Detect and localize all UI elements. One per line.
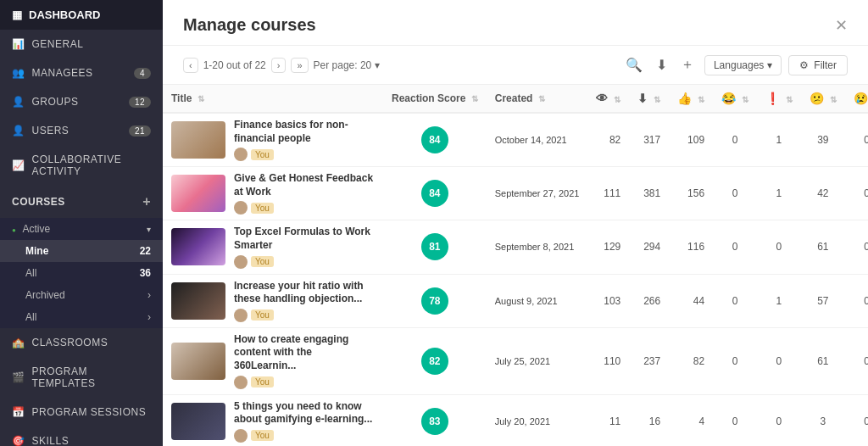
confused-cell: 42 <box>801 167 845 220</box>
th-haha[interactable]: 😂 ⇅ <box>713 85 757 113</box>
sidebar-item-program-sessions[interactable]: 📅 PROGRAM SESSIONS <box>0 398 163 426</box>
courses-header[interactable]: COURSES + <box>0 186 163 218</box>
course-thumbnail <box>171 228 225 265</box>
chevron-right-icon: › <box>147 289 151 301</box>
alert-cell: 0 <box>757 394 801 446</box>
author-tag: You <box>251 203 274 214</box>
per-page-selector[interactable]: Per page: 20 ▾ <box>314 59 381 71</box>
course-title-cell: How to create engaging content with the … <box>163 327 383 394</box>
haha-cell: 0 <box>713 394 757 446</box>
sidebar-item-managees[interactable]: 👥 MANAGEES 4 <box>0 59 163 87</box>
search-button[interactable]: 🔍 <box>622 55 646 75</box>
haha-cell: 0 <box>713 327 757 394</box>
bar-chart-icon: 📊 <box>12 38 25 50</box>
sidebar-label-program-templates: PROGRAM TEMPLATES <box>32 365 152 389</box>
sidebar-item-collaborative[interactable]: 📈 COLLABORATIVE ACTIVITY <box>0 145 163 186</box>
sidebar-label-classrooms: CLASSROOMS <box>32 337 108 348</box>
course-author: You <box>234 148 375 161</box>
courses-active-item[interactable]: ● Active ▾ <box>0 218 163 240</box>
download-cell: 16 <box>629 394 669 446</box>
course-info: How to create engaging content with the … <box>234 333 375 389</box>
table-row[interactable]: Give & Get Honest Feedback at Work You 8… <box>163 167 868 220</box>
add-course-icon[interactable]: + <box>142 194 151 209</box>
sidebar-item-general[interactable]: 📊 GENERAL <box>0 30 163 59</box>
courses-archived-all-label: All <box>25 311 36 323</box>
groups-badge: 12 <box>129 97 151 108</box>
course-thumbnail <box>171 121 225 159</box>
created-cell: September 27, 2021 <box>487 167 588 220</box>
alert-cell: 0 <box>757 327 801 394</box>
last-page-button[interactable]: » <box>291 58 308 73</box>
course-title-cell: Give & Get Honest Feedback at Work You <box>163 167 383 220</box>
managees-badge: 4 <box>134 68 151 79</box>
alert-cell: 0 <box>757 220 801 274</box>
sidebar-item-users[interactable]: 👤 USERS 21 <box>0 116 163 145</box>
table-row[interactable]: How to create engaging content with the … <box>163 327 868 394</box>
table-header-row: Title ⇅ Reaction Score ⇅ Created ⇅ 👁 ⇅ ⬇… <box>163 85 868 113</box>
filter-button[interactable]: ⚙ Filter <box>788 55 848 75</box>
languages-button[interactable]: Languages ▾ <box>704 55 782 75</box>
sort-icon-haha: ⇅ <box>742 95 748 104</box>
sidebar-label-general: GENERAL <box>32 38 84 50</box>
views-cell: 110 <box>587 327 629 394</box>
th-created[interactable]: Created ⇅ <box>487 85 588 113</box>
download-cell: 317 <box>629 113 669 167</box>
next-page-button[interactable]: › <box>271 58 287 73</box>
sidebar-label-groups: GROUPS <box>32 96 79 108</box>
course-thumbnail <box>171 403 225 440</box>
likes-cell: 116 <box>669 220 713 274</box>
courses-all-bottom-item[interactable]: All › <box>0 306 163 328</box>
sidebar-item-program-templates[interactable]: 🎬 PROGRAM TEMPLATES <box>0 357 163 398</box>
courses-active-label: Active <box>23 223 51 235</box>
download-cell: 294 <box>629 220 669 274</box>
courses-archived-item[interactable]: Archived › <box>0 284 163 306</box>
sidebar: ▦ DASHBOARD 📊 GENERAL 👥 MANAGEES 4 👤 GRO… <box>0 0 163 446</box>
th-likes[interactable]: 👍 ⇅ <box>669 85 713 113</box>
sidebar-item-groups[interactable]: 👤 GROUPS 12 <box>0 87 163 116</box>
th-title[interactable]: Title ⇅ <box>163 85 383 113</box>
course-info: 5 things you need to know about gamifyin… <box>234 400 375 443</box>
sort-icon-created: ⇅ <box>538 94 545 103</box>
sidebar-header: ▦ DASHBOARD <box>0 0 163 30</box>
th-alert[interactable]: ❗ ⇅ <box>757 85 801 113</box>
download-button[interactable]: ⬇ <box>653 55 670 75</box>
prev-page-button[interactable]: ‹ <box>183 58 198 73</box>
sidebar-label-program-sessions: PROGRAM SESSIONS <box>32 406 147 418</box>
author-tag: You <box>251 376 274 387</box>
course-author: You <box>234 309 375 322</box>
table-row[interactable]: Top Excel Formulas to Work Smarter You 8… <box>163 220 868 274</box>
table-row[interactable]: 5 things you need to know about gamifyin… <box>163 394 868 446</box>
sidebar-item-classrooms[interactable]: 🏫 CLASSROOMS <box>0 328 163 357</box>
sort-icon-download: ⇅ <box>654 95 660 104</box>
score-cell: 82 <box>383 327 487 394</box>
course-name: Give & Get Honest Feedback at Work <box>234 172 375 198</box>
courses-mine-item[interactable]: Mine 22 <box>0 240 163 262</box>
toolbar: ‹ 1-20 out of 22 › » Per page: 20 ▾ 🔍 ⬇ … <box>163 46 868 85</box>
course-info: Finance basics for non-financial people … <box>234 119 375 161</box>
th-download[interactable]: ⬇ ⇅ <box>629 85 669 113</box>
table-row[interactable]: Increase your hit ratio with these handl… <box>163 274 868 327</box>
th-reaction-score[interactable]: Reaction Score ⇅ <box>383 85 487 113</box>
sort-icon-views: ⇅ <box>614 95 620 104</box>
th-views[interactable]: 👁 ⇅ <box>587 85 629 113</box>
courses-all-label: All <box>25 267 36 279</box>
course-author: You <box>234 201 375 215</box>
pagination-controls: ‹ 1-20 out of 22 › » Per page: 20 ▾ <box>183 58 380 73</box>
haha-cell: 0 <box>713 274 757 327</box>
courses-all-item[interactable]: All 36 <box>0 262 163 284</box>
sidebar-item-skills[interactable]: 🎯 SKILLS <box>0 426 163 446</box>
sidebar-label-managees: MANAGEES <box>32 67 93 79</box>
course-author: You <box>234 255 375 269</box>
table-row[interactable]: Finance basics for non-financial people … <box>163 113 868 167</box>
author-tag: You <box>251 149 274 160</box>
th-confused[interactable]: 😕 ⇅ <box>801 85 845 113</box>
close-button[interactable]: ✕ <box>835 16 848 35</box>
th-reaction-label: Reaction Score <box>392 92 465 104</box>
course-thumbnail <box>171 343 225 380</box>
calendar-icon: 📅 <box>12 406 25 418</box>
confused-cell: 57 <box>801 274 845 327</box>
haha-cell: 0 <box>713 113 757 167</box>
add-button[interactable]: ＋ <box>677 54 698 75</box>
th-sad[interactable]: 😢 ⇅ <box>845 85 868 113</box>
sort-icon-title: ⇅ <box>198 94 204 103</box>
